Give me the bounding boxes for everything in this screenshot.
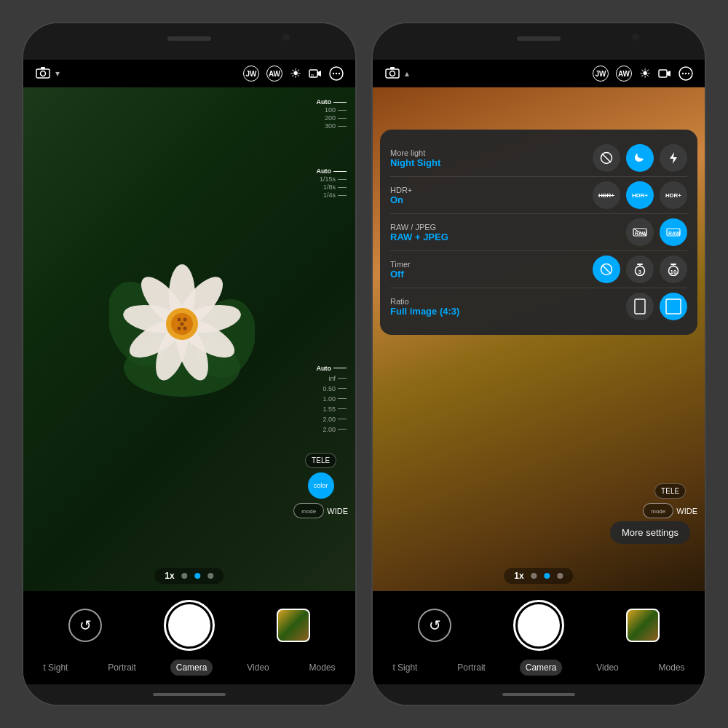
svg-point-7 bbox=[333, 73, 334, 74]
tab-portrait-right[interactable]: Portrait bbox=[451, 660, 491, 676]
tele-button[interactable]: TELE bbox=[305, 453, 336, 468]
shutter-4: 1/4s bbox=[323, 191, 336, 199]
focus-100: 1.00 bbox=[323, 395, 336, 403]
svg-rect-31 bbox=[390, 67, 395, 69]
tab-video[interactable]: Video bbox=[241, 660, 274, 676]
hdr-on-btn[interactable]: HDR+ bbox=[660, 181, 687, 209]
flash-btn[interactable] bbox=[660, 144, 687, 172]
svg-point-28 bbox=[183, 327, 187, 331]
settings-row-hdr: HDR+ On HDR+ HDR+ HDR+ bbox=[390, 177, 687, 214]
focus-050: 0.50 bbox=[323, 385, 336, 392]
iso-auto-label: Auto bbox=[317, 98, 332, 106]
flower-image bbox=[109, 251, 269, 411]
tab-night-sight-right[interactable]: t Sight bbox=[387, 660, 423, 676]
tab-portrait[interactable]: Portrait bbox=[102, 660, 142, 676]
top-bar-left: ▾ JW AW ☀ m bbox=[23, 60, 355, 87]
tab-modes-right[interactable]: Modes bbox=[653, 660, 691, 676]
svg-rect-56 bbox=[635, 299, 645, 314]
svg-point-9 bbox=[339, 73, 340, 74]
tab-camera[interactable]: Camera bbox=[170, 660, 213, 676]
night-mode-btn[interactable] bbox=[626, 144, 654, 172]
svg-text:m: m bbox=[311, 73, 314, 77]
shutter-button[interactable] bbox=[164, 600, 215, 651]
speaker-right bbox=[517, 36, 561, 41]
mode-button[interactable]: mode bbox=[293, 503, 324, 518]
shutter-15: 1/15s bbox=[320, 175, 336, 183]
camera-settings-icon-right[interactable] bbox=[384, 67, 400, 80]
tab-modes[interactable]: Modes bbox=[304, 660, 341, 676]
gallery-thumbnail-right[interactable] bbox=[626, 609, 660, 642]
chevron-up-icon[interactable]: ▴ bbox=[405, 68, 409, 79]
zoom-strip[interactable]: 1x bbox=[154, 568, 223, 584]
raw-off-btn[interactable]: RAW bbox=[626, 218, 654, 246]
aw-icon-right[interactable]: AW bbox=[616, 66, 632, 82]
sun-icon[interactable]: ☀ bbox=[290, 66, 301, 82]
mode-button-right[interactable]: mode bbox=[643, 503, 673, 518]
top-bar-right-left-controls: ▴ bbox=[384, 67, 409, 80]
zoom-strip-right[interactable]: 1x bbox=[504, 568, 573, 584]
more-icon-right[interactable] bbox=[678, 66, 693, 81]
zoom-dot-r1 bbox=[531, 573, 537, 579]
wide-label: WIDE bbox=[327, 507, 348, 515]
svg-point-24 bbox=[178, 318, 181, 322]
video-icon-right[interactable] bbox=[658, 68, 671, 79]
timer-title: Timer bbox=[390, 260, 411, 269]
tab-night-sight[interactable]: t Sight bbox=[37, 660, 74, 676]
viewfinder-bg-right: More light Night Sight bbox=[373, 87, 705, 591]
raw-on-btn[interactable]: RAW bbox=[660, 218, 687, 246]
tab-video-right[interactable]: Video bbox=[590, 660, 624, 676]
lens-controls-right: TELE mode WIDE bbox=[643, 483, 697, 518]
flip-button[interactable]: ↺ bbox=[68, 609, 102, 642]
svg-marker-40 bbox=[670, 152, 677, 164]
home-indicator-right bbox=[502, 693, 575, 696]
sun-icon-right[interactable]: ☀ bbox=[639, 66, 651, 82]
no-flash-btn[interactable] bbox=[593, 144, 620, 172]
shutter-button-right[interactable] bbox=[513, 600, 564, 651]
aw-icon[interactable]: AW bbox=[266, 66, 282, 82]
ratio-value: Full image (4:3) bbox=[390, 306, 459, 317]
camera-ui-left: ▾ JW AW ☀ m bbox=[23, 60, 355, 684]
hdr-off-btn[interactable]: HDR+ bbox=[593, 181, 620, 209]
focus-155: 1.55 bbox=[323, 405, 336, 413]
camera-settings-icon[interactable] bbox=[35, 67, 51, 80]
gallery-thumbnail[interactable] bbox=[277, 609, 310, 642]
more-icon[interactable] bbox=[329, 66, 344, 81]
ratio-square-btn[interactable] bbox=[660, 293, 687, 320]
shutter-8: 1/8s bbox=[323, 183, 336, 191]
viewfinder-right[interactable]: More light Night Sight bbox=[373, 87, 705, 591]
timer-10-btn[interactable]: 10 bbox=[660, 256, 687, 283]
jw-icon-right[interactable]: JW bbox=[593, 66, 609, 82]
night-sight-title: More light bbox=[390, 149, 440, 157]
lens-controls: TELE color mode WIDE bbox=[293, 453, 348, 518]
flip-button-right[interactable]: ↺ bbox=[418, 609, 451, 642]
svg-rect-57 bbox=[666, 299, 681, 314]
top-bar-left-controls: ▾ bbox=[35, 67, 60, 80]
iso-scale: Auto 100 200 300 bbox=[317, 98, 347, 130]
svg-text:10: 10 bbox=[670, 269, 677, 275]
hdr-label: HDR+ On bbox=[390, 186, 412, 205]
tab-camera-right[interactable]: Camera bbox=[520, 660, 563, 676]
viewfinder-left[interactable]: Auto 100 200 300 bbox=[23, 87, 355, 591]
raw-title: RAW / JPEG bbox=[390, 223, 448, 232]
ratio-portrait-btn[interactable] bbox=[626, 293, 654, 320]
timer-off-btn[interactable] bbox=[593, 256, 620, 283]
hdr-auto-btn[interactable]: HDR+ bbox=[626, 181, 654, 209]
notch-area bbox=[23, 23, 355, 60]
front-camera bbox=[282, 33, 290, 41]
iso-200: 200 bbox=[325, 114, 336, 122]
top-bar-right: ▴ JW AW ☀ bbox=[373, 60, 705, 87]
focus-200: 2.00 bbox=[323, 416, 336, 423]
shutter-inner bbox=[168, 604, 210, 646]
timer-value: Off bbox=[390, 269, 411, 280]
more-settings-button[interactable]: More settings bbox=[610, 521, 690, 544]
color-button[interactable]: color bbox=[308, 472, 334, 499]
tele-button-right[interactable]: TELE bbox=[654, 483, 686, 499]
chevron-down-icon[interactable]: ▾ bbox=[55, 68, 60, 79]
svg-point-25 bbox=[183, 318, 187, 322]
jw-icon[interactable]: JW bbox=[243, 66, 259, 82]
phone-bottom-bar-left bbox=[23, 684, 355, 705]
night-sight-value: Night Sight bbox=[390, 157, 440, 168]
video-icon[interactable]: m bbox=[309, 68, 322, 79]
shutter-inner-right bbox=[518, 604, 560, 646]
timer-3-btn[interactable]: 3 bbox=[626, 256, 654, 283]
